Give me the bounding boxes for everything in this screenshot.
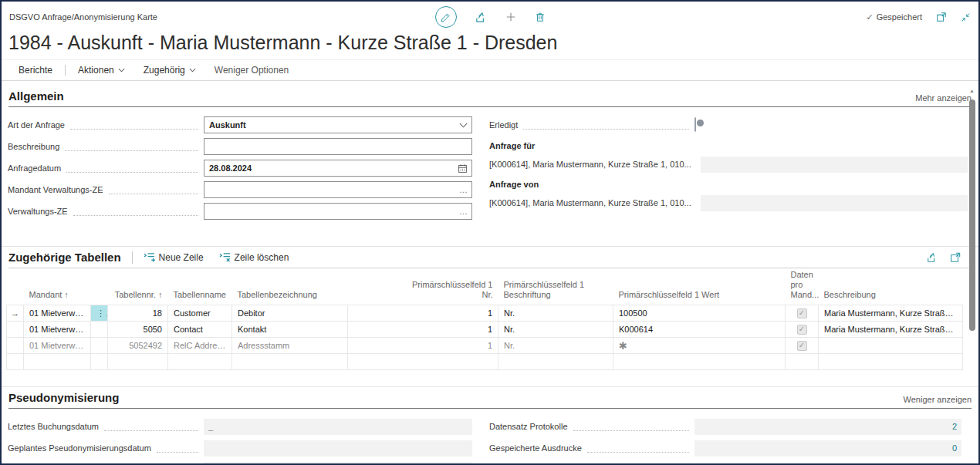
- cell-mandant[interactable]: 01 Mietverwaltung: [24, 322, 91, 338]
- assist-edit-button[interactable]: …: [459, 181, 468, 198]
- geplantes-pseudonymisierungsdatum-field: [204, 440, 472, 457]
- cell-pk-wert[interactable]: 100500: [613, 305, 786, 322]
- field-anfragedatum: Anfragedatum 28.08.2024: [8, 157, 472, 179]
- anfrage-von-row: [K000614], Maria Mustermann, Kurze Straß…: [489, 193, 961, 213]
- section-allgemein: Allgemein Mehr anzeigen Art der Anfrage …: [2, 89, 978, 222]
- field-datensatz-protokolle: Datensatz Protokolle 2: [489, 416, 961, 437]
- open-in-excel-button[interactable]: [950, 252, 961, 263]
- gespeicherte-ausdrucke-field[interactable]: 0: [694, 440, 961, 457]
- menu-berichte[interactable]: Berichte: [9, 60, 62, 80]
- zeile-loeschen-button[interactable]: Zeile löschen: [219, 252, 289, 263]
- field-geplantes-pseudonymisierungsdatum: Geplantes Pseudonymisierungsdatum: [8, 437, 472, 459]
- col-header-mandant[interactable]: Mandant ↑: [24, 268, 91, 305]
- cell-pk-wert[interactable]: K000614: [613, 322, 786, 338]
- cell-pk-nr[interactable]: 1: [348, 305, 498, 322]
- scroll-up-arrow-icon[interactable]: ▲: [968, 88, 976, 93]
- weniger-anzeigen-link[interactable]: Weniger anzeigen: [904, 395, 972, 404]
- cell-tabellenname[interactable]: RelC Address Mast...: [168, 338, 232, 354]
- col-header-pk-wert[interactable]: Primärschlüsselfeld 1 Wert: [613, 268, 786, 305]
- anfragedatum-input[interactable]: 28.08.2024: [204, 160, 472, 177]
- cell-tabellennr[interactable]: 18: [108, 305, 168, 322]
- assist-edit-button[interactable]: …: [459, 203, 468, 220]
- cell-tabellenbezeichnung[interactable]: Debitor: [232, 305, 348, 322]
- action-menu-bar: Berichte Aktionen Zugehörig Weniger Opti…: [2, 59, 978, 81]
- new-line-icon: [144, 252, 155, 262]
- open-in-new-window-icon: [936, 12, 947, 22]
- cell-tabellenbezeichnung[interactable]: Kontakt: [232, 322, 348, 338]
- cell-pk-beschriftung[interactable]: Nr.: [498, 305, 613, 322]
- share-icon: [927, 252, 938, 263]
- verwaltungs-ze-input[interactable]: …: [204, 203, 472, 220]
- cell-tabellenname[interactable]: Contact: [168, 322, 232, 338]
- zugehoerige-tabellen-title: Zugehörige Tabellen: [8, 251, 121, 264]
- cell-mandant[interactable]: 01 Mietverwaltung: [24, 305, 91, 322]
- open-in-new-window-button[interactable]: [936, 12, 947, 22]
- page-title: 1984 - Auskunft - Maria Mustermann - Kur…: [8, 29, 978, 56]
- col-header-pk-beschriftung[interactable]: Primärschlüsselfeld 1 Beschriftung: [498, 268, 613, 305]
- cell-beschreibung[interactable]: Maria Mustermann, Kurze Straße 1, ...: [819, 305, 963, 322]
- cell-pk-wert-required[interactable]: ✱: [613, 338, 786, 354]
- datensatz-protokolle-field[interactable]: 2: [694, 419, 961, 435]
- col-header-pk-nr[interactable]: Primärschlüsselfeld 1 Nr.: [348, 268, 498, 305]
- table-row: 01 Mietverwaltung 5050 Contact Kontakt 1…: [7, 322, 963, 338]
- share-part-button[interactable]: [927, 252, 938, 263]
- col-header-beschreibung[interactable]: Beschreibung: [819, 268, 963, 305]
- share-button[interactable]: [475, 12, 487, 23]
- trash-icon: [535, 12, 546, 22]
- scrollbar-thumb[interactable]: [969, 99, 975, 331]
- edit-pencil-button[interactable]: [435, 6, 457, 28]
- beschreibung-input[interactable]: [204, 138, 472, 155]
- cell-beschreibung[interactable]: Maria Mustermann, Kurze Straße 1, ...: [819, 322, 963, 338]
- mehr-anzeigen-link[interactable]: Mehr anzeigen: [915, 93, 972, 103]
- cell-pk-beschriftung[interactable]: Nr.: [498, 338, 613, 354]
- col-header-tabellenname[interactable]: Tabellenname: [168, 268, 232, 305]
- vertical-scrollbar: ▲: [968, 86, 976, 463]
- neue-zeile-button[interactable]: Neue Zeile: [144, 252, 204, 263]
- table-row: 01 Mietverwaltung 5052492 RelC Address M…: [7, 338, 963, 354]
- cell-daten-pro-mandant[interactable]: ✓: [786, 322, 819, 338]
- cell-tabellennr[interactable]: 5052492: [108, 338, 168, 354]
- art-der-anfrage-combobox[interactable]: Auskunft: [204, 116, 472, 133]
- checked-checkbox: ✓: [797, 308, 807, 318]
- menu-aktionen[interactable]: Aktionen: [69, 60, 134, 80]
- menu-weniger-optionen[interactable]: Weniger Optionen: [205, 60, 299, 80]
- cell-mandant[interactable]: 01 Mietverwaltung: [24, 338, 91, 354]
- cell-tabellennr[interactable]: 5050: [108, 322, 168, 338]
- command-icons: [435, 6, 546, 28]
- new-button[interactable]: [505, 12, 516, 22]
- cell-daten-pro-mandant[interactable]: ✓: [786, 338, 819, 354]
- save-status: ✓ Gespeichert: [866, 12, 922, 22]
- field-erledigt: Erledigt: [489, 114, 961, 136]
- anfrage-von-value[interactable]: [K000614], Maria Mustermann, Kurze Straß…: [489, 198, 691, 207]
- app-command-bar: DSGVO Anfrage/Anonymisierung Karte ✓ Ges…: [2, 6, 978, 28]
- anfrage-fuer-value[interactable]: [K000614], Maria Mustermann, Kurze Straß…: [489, 160, 691, 169]
- mandant-verwaltungs-ze-input[interactable]: …: [204, 181, 472, 198]
- delete-line-icon: [219, 252, 231, 262]
- cell-pk-nr[interactable]: 1: [348, 322, 498, 338]
- col-header-daten-pro-mandant[interactable]: Daten pro Mand...: [786, 268, 819, 305]
- table-row-empty: [7, 354, 963, 370]
- save-status-label: Gespeichert: [877, 12, 922, 22]
- cell-beschreibung[interactable]: [819, 338, 963, 354]
- chevron-down-icon[interactable]: [459, 123, 468, 128]
- collapse-page-button[interactable]: [961, 12, 971, 22]
- cell-daten-pro-mandant[interactable]: ✓: [786, 305, 819, 322]
- pencil-icon: [441, 12, 451, 22]
- menu-zugehoerig[interactable]: Zugehörig: [134, 60, 205, 80]
- cell-pk-beschriftung[interactable]: Nr.: [498, 322, 613, 338]
- field-verwaltungs-ze: Verwaltungs-ZE …: [8, 200, 472, 222]
- col-header-tabellenbezeichnung[interactable]: Tabellenbezeichnung: [232, 268, 348, 305]
- cell-pk-nr[interactable]: 1: [348, 338, 498, 354]
- calendar-icon[interactable]: [458, 163, 468, 174]
- anfrage-fuer-label: Anfrage für: [489, 136, 961, 154]
- cell-tabellenbezeichnung[interactable]: Adressstamm: [232, 338, 348, 354]
- erledigt-toggle[interactable]: [694, 117, 696, 132]
- row-menu-cell[interactable]: ⋮: [91, 305, 108, 322]
- delete-button[interactable]: [535, 12, 546, 22]
- field-mandant-verwaltungs-ze: Mandant Verwaltungs-ZE …: [8, 179, 472, 200]
- section-separator: [2, 386, 978, 387]
- col-header-tabellennr[interactable]: Tabellennr. ↑: [108, 268, 168, 305]
- letztes-buchungsdatum-field: _: [204, 419, 472, 435]
- cell-tabellenname[interactable]: Customer: [168, 305, 232, 322]
- chevron-down-icon: [118, 68, 125, 72]
